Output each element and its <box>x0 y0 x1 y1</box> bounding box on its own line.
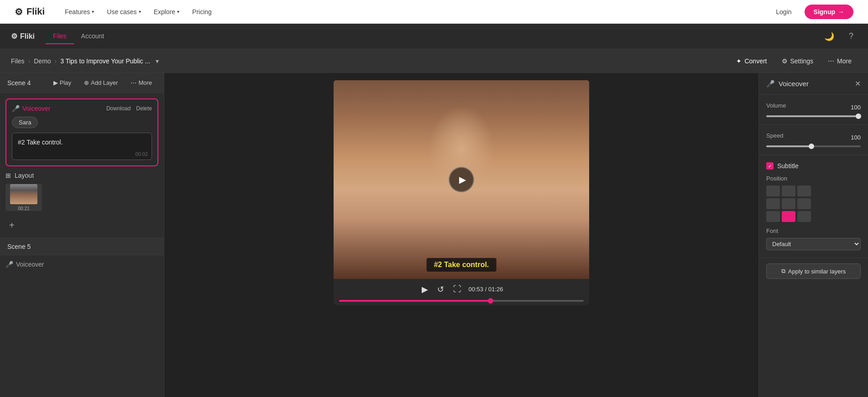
arrow-right-icon: → <box>838 8 844 15</box>
app-shell: ⚙ Fliki Files Account 🌙 ? Files › Demo ›… <box>0 24 868 397</box>
nav-account[interactable]: Account <box>74 29 112 44</box>
pos-top-right[interactable] <box>797 186 811 196</box>
video-controls: ▶ ↺ ⛶ 00:53 / 01:26 <box>334 279 589 305</box>
position-label: Position <box>766 175 861 182</box>
add-scene-button[interactable]: + <box>5 217 18 234</box>
apply-to-similar-button[interactable]: ⧉ Apply to similar layers <box>766 263 861 279</box>
settings-button[interactable]: ⚙ Settings <box>776 55 819 67</box>
font-label: Font <box>766 227 861 234</box>
login-button[interactable]: Login <box>770 5 797 18</box>
dark-mode-button[interactable]: 🌙 <box>821 30 838 43</box>
breadcrumb-dropdown-icon[interactable]: ▾ <box>156 57 159 65</box>
volume-section: Volume 100 <box>759 95 868 125</box>
voice-selector[interactable]: Sara <box>12 117 38 128</box>
video-play-button[interactable]: ▶ <box>449 167 474 192</box>
breadcrumb-current[interactable]: 3 Tips to Improve Your Public ... <box>60 57 150 65</box>
speed-fill <box>766 145 814 147</box>
video-container: ▶ #2 Take control. ▶ ↺ ⛶ 00:53 / 01:26 <box>334 80 589 305</box>
subtitle-checkbox-box[interactable]: ✓ <box>766 162 774 170</box>
thumbnail-duration: 00:21 <box>18 206 29 211</box>
progress-bar[interactable] <box>339 300 584 302</box>
volume-thumb <box>856 113 861 119</box>
nav-files[interactable]: Files <box>46 29 74 44</box>
logo-text: Fliki <box>26 6 45 17</box>
more-label: More <box>837 57 852 65</box>
scene5-title: Scene 5 <box>7 243 31 250</box>
voiceover-title: 🎤 Voiceover <box>12 105 50 112</box>
gear-icon: ⚙ <box>15 6 23 17</box>
main-content: Scene 4 ▶ Play ⊕ Add Layer ⋯ More <box>0 73 868 397</box>
scene5-header: Scene 5 <box>0 238 164 255</box>
app-logo[interactable]: ⚙ Fliki <box>11 32 35 41</box>
layout-header: ⊞ Layout <box>5 172 158 179</box>
subtitle-overlay: #2 Take control. <box>427 258 497 272</box>
breadcrumb-files[interactable]: Files <box>11 57 25 65</box>
scene5-voiceover: 🎤 Voiceover <box>5 261 158 268</box>
speed-row: Speed 100 <box>766 132 861 143</box>
mic-small-icon: 🎤 <box>5 261 13 268</box>
scene4-header: Scene 4 ▶ Play ⊕ Add Layer ⋯ More <box>0 73 164 93</box>
signup-button[interactable]: Signup → <box>805 5 853 19</box>
play-button[interactable]: ▶ Play <box>49 77 76 88</box>
thumbnail-image <box>10 184 37 204</box>
close-button[interactable]: ✕ <box>855 79 861 88</box>
convert-icon: ✦ <box>736 57 742 65</box>
voiceover-text[interactable]: #2 Take control. 00:02 <box>12 133 152 160</box>
scene5-voiceover-label: Voiceover <box>16 261 44 268</box>
convert-label: Convert <box>744 57 767 65</box>
progress-thumb <box>488 298 493 304</box>
app-header-right: 🌙 ? <box>821 30 857 43</box>
play-pause-button[interactable]: ▶ <box>420 283 430 296</box>
pos-mid-right[interactable] <box>797 198 811 209</box>
nav-use-cases[interactable]: Use cases ▾ <box>101 5 146 18</box>
pos-bot-left[interactable] <box>766 211 780 222</box>
pos-mid-center[interactable] <box>782 198 795 209</box>
chevron-down-icon: ▾ <box>177 9 179 14</box>
layout-thumbnail[interactable]: 00:21 <box>5 184 42 211</box>
rp-title-text: Voiceover <box>779 80 809 88</box>
top-logo[interactable]: ⚙ Fliki <box>15 6 45 17</box>
scene-more-button[interactable]: ⋯ More <box>126 77 157 88</box>
top-nav-right: Login Signup → <box>770 5 853 19</box>
add-layer-button[interactable]: ⊕ Add Layer <box>79 77 122 88</box>
more-icon: ⋯ <box>828 57 834 65</box>
pos-bot-center[interactable] <box>782 211 795 222</box>
app-gear-icon: ⚙ <box>11 32 17 41</box>
download-button[interactable]: Download <box>106 105 131 112</box>
top-navigation: ⚙ Fliki Features ▾ Use cases ▾ Explore ▾… <box>0 0 868 24</box>
pos-mid-left[interactable] <box>766 198 780 209</box>
mic-icon: 🎤 <box>12 105 20 112</box>
volume-slider[interactable] <box>766 115 861 117</box>
more-button[interactable]: ⋯ More <box>822 55 857 67</box>
right-panel-header: 🎤 Voiceover ✕ <box>759 73 868 95</box>
pos-bot-right[interactable] <box>797 211 811 222</box>
layout-grid: 00:21 <box>5 184 158 211</box>
subtitle-checkbox[interactable]: ✓ Subtitle <box>766 162 861 170</box>
ellipsis-icon: ⋯ <box>131 79 136 86</box>
apply-icon: ⧉ <box>781 268 785 275</box>
help-button[interactable]: ? <box>845 30 857 43</box>
speed-label: Speed <box>766 132 784 139</box>
convert-button[interactable]: ✦ Convert <box>731 55 772 67</box>
replay-button[interactable]: ↺ <box>435 283 446 296</box>
pos-top-left[interactable] <box>766 186 780 196</box>
center-panel: ▶ #2 Take control. ▶ ↺ ⛶ 00:53 / 01:26 <box>164 73 758 397</box>
play-icon: ▶ <box>53 79 58 86</box>
speed-slider[interactable] <box>766 145 861 147</box>
app-header: ⚙ Fliki Files Account 🌙 ? <box>0 24 868 49</box>
pos-top-center[interactable] <box>782 186 795 196</box>
volume-value: 100 <box>851 104 861 111</box>
breadcrumb: Files › Demo › 3 Tips to Improve Your Pu… <box>11 57 731 65</box>
play-triangle-icon: ▶ <box>459 174 466 185</box>
nav-pricing[interactable]: Pricing <box>187 5 217 18</box>
font-select[interactable]: Default Arial Roboto <box>766 238 861 250</box>
nav-explore[interactable]: Explore ▾ <box>148 5 185 18</box>
delete-button[interactable]: Delete <box>136 105 152 112</box>
breadcrumb-sep-2: › <box>55 57 57 65</box>
scene4-title: Scene 4 <box>7 79 45 87</box>
breadcrumb-demo[interactable]: Demo <box>34 57 51 65</box>
fullscreen-button[interactable]: ⛶ <box>451 283 463 296</box>
speed-section: Speed 100 <box>759 125 868 155</box>
breadcrumb-actions: ✦ Convert ⚙ Settings ⋯ More <box>731 55 857 67</box>
nav-features[interactable]: Features ▾ <box>59 5 99 18</box>
